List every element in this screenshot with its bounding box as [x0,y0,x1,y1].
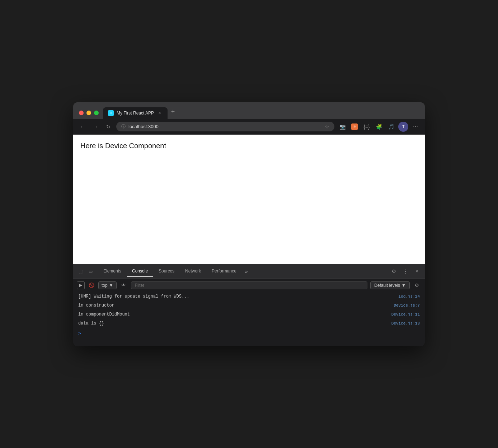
browser-window: ⚛ My First React APP × + ← → ↻ ⓘ localho… [73,102,425,346]
tab-close-button[interactable]: × [157,110,163,116]
log-row-3: data is {} Device.js:13 [73,319,425,328]
tab-sources[interactable]: Sources [154,266,179,277]
inspect-element-icon[interactable]: ⬚ [76,267,85,276]
page-heading: Here is Device Component [80,142,418,150]
tab-network[interactable]: Network [180,266,206,277]
active-tab[interactable]: ⚛ My First React APP × [103,107,168,119]
tab-title: My First React APP [117,111,154,116]
tab-console[interactable]: Console [127,266,153,277]
info-icon: ⓘ [121,123,126,130]
maximize-button[interactable] [94,111,99,115]
levels-chevron-icon: ▼ [401,283,406,288]
log-message-3: data is {} [78,321,104,326]
user-avatar[interactable]: T [398,122,408,132]
page-content: Here is Device Component [73,135,425,264]
devtools-more-options-icon[interactable]: ⋮ [400,266,410,276]
log-message-1: in constructor [78,303,114,308]
devtools-tabs: ⬚ ▭ Elements Console Sources Network Per… [73,264,425,279]
more-options-button[interactable]: ⋯ [410,122,421,132]
extensions-icon[interactable]: 🧩 [374,122,384,132]
console-context-text: top [102,283,108,288]
nav-bar: ← → ↻ ⓘ localhost:3000 ☆ 📷 ⚛ {=} 🧩 🎵 T ⋯ [73,119,425,135]
console-filter-input[interactable] [131,281,367,289]
brackets-icon[interactable]: {=} [362,122,372,132]
log-message-0: [HMR] Waiting for update signal from WDS… [78,294,189,299]
back-button[interactable]: ← [77,122,88,132]
nav-icons: 📷 ⚛ {=} 🧩 🎵 T ⋯ [337,122,421,132]
devtools-close-button[interactable]: × [412,266,422,276]
chevron-down-icon: ▼ [109,283,113,288]
log-source-3[interactable]: Device.js:13 [391,321,420,326]
react-devtools-icon[interactable]: ⚛ [349,122,360,132]
console-toolbar: ▶ 🚫 top ▼ 👁 Default levels ▼ ⚙ [73,279,425,292]
tab-bar: ⚛ My First React APP × + [103,107,419,119]
forward-button[interactable]: → [90,122,100,132]
address-bar[interactable]: ⓘ localhost:3000 ☆ [116,122,334,131]
devtools-panel: ⬚ ▭ Elements Console Sources Network Per… [73,264,425,346]
close-button[interactable] [79,111,84,115]
tab-elements[interactable]: Elements [98,266,126,277]
screenshot-icon[interactable]: 📷 [337,122,347,132]
devtools-settings-icon[interactable]: ⚙ [389,266,399,276]
log-message-2: in componentDidMount [78,312,130,317]
device-toggle-icon[interactable]: ▭ [86,267,95,276]
bookmark-icon[interactable]: ☆ [325,124,329,130]
console-settings-icon[interactable]: ⚙ [413,281,421,290]
console-prompt-row: > [73,328,425,339]
log-source-1[interactable]: Device.js:7 [394,303,420,308]
new-tab-button[interactable]: + [168,107,178,117]
title-bar: ⚛ My First React APP × + [73,102,425,119]
console-eye-button[interactable]: 👁 [119,281,128,290]
console-levels-selector[interactable]: Default levels ▼ [370,281,410,289]
console-run-button[interactable]: ▶ [77,281,85,289]
devtools-icon-group: ⬚ ▭ [76,264,95,279]
log-row-1: in constructor Device.js:7 [73,301,425,310]
refresh-button[interactable]: ↻ [103,122,113,132]
console-input[interactable] [84,331,420,336]
console-output: [HMR] Waiting for update signal from WDS… [73,292,425,346]
devtools-settings-group: ⚙ ⋮ × [389,265,422,278]
log-source-0[interactable]: log.js:24 [399,294,420,299]
traffic-lights [79,111,99,115]
log-row-0: [HMR] Waiting for update signal from WDS… [73,292,425,301]
console-clear-button[interactable]: 🚫 [88,281,95,289]
log-row-2: in componentDidMount Device.js:11 [73,310,425,319]
url-text: localhost:3000 [128,124,322,129]
react-icon: ⚛ [108,110,114,116]
media-icon[interactable]: 🎵 [386,122,396,132]
tab-favicon: ⚛ [108,110,114,116]
console-context-selector[interactable]: top ▼ [98,281,117,289]
console-levels-text: Default levels [374,283,400,288]
log-source-2[interactable]: Device.js:11 [391,312,420,317]
tab-performance[interactable]: Performance [207,266,241,277]
console-prompt-symbol: > [78,331,81,336]
more-tabs-button[interactable]: » [242,266,251,277]
minimize-button[interactable] [86,111,91,115]
